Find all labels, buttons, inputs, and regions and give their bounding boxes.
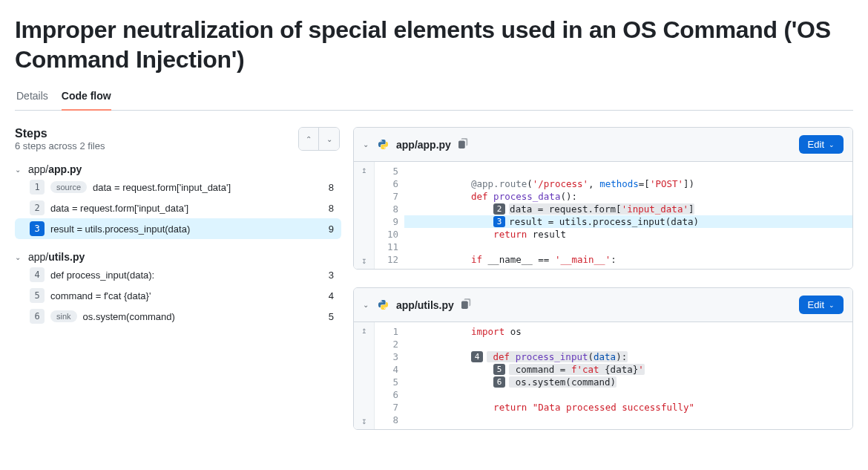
file-group-header[interactable]: ⌄ app/app.py bbox=[15, 162, 341, 177]
code-body: @app.route('/process', methods=['POST'])… bbox=[404, 162, 852, 269]
code-line[interactable] bbox=[404, 338, 852, 350]
expand-up-icon[interactable]: ↥ bbox=[361, 325, 366, 336]
code-line[interactable]: 6 os.system(command) bbox=[404, 376, 852, 388]
code-line[interactable]: 2data = request.form['input_data'] bbox=[404, 203, 852, 215]
step-line: 4 bbox=[329, 290, 334, 301]
file-group-header[interactable]: ⌄ app/utils.py bbox=[15, 249, 341, 264]
steps-sidebar: Steps 6 steps across 2 files ⌃ ⌄ ⌄ app/a… bbox=[15, 127, 341, 430]
step-text: result = utils.process_input(data) bbox=[50, 223, 323, 235]
line-numbers: 56789101112 bbox=[375, 162, 404, 269]
step-text: data = request.form['input_data'] bbox=[50, 203, 323, 214]
python-icon bbox=[378, 299, 389, 310]
step-text: os.system(command) bbox=[83, 311, 323, 322]
step-line: 8 bbox=[329, 203, 334, 214]
step-row[interactable]: 5 command = f'cat {data}' 4 bbox=[15, 285, 341, 306]
step-row[interactable]: 1 source data = request.form['input_data… bbox=[15, 177, 341, 198]
step-next-button[interactable]: ⌄ bbox=[319, 128, 339, 150]
python-icon bbox=[378, 139, 389, 150]
edit-button[interactable]: Edit ⌄ bbox=[799, 135, 844, 154]
expand-gutter[interactable]: ↥ ↧ bbox=[354, 322, 375, 429]
file-path: app/app.py bbox=[28, 163, 82, 175]
chevron-down-icon: ⌄ bbox=[326, 135, 332, 143]
panel-file-name[interactable]: app/app.py bbox=[396, 139, 451, 151]
copy-icon[interactable] bbox=[461, 298, 472, 311]
step-row[interactable]: 6 sink os.system(command) 5 bbox=[15, 306, 341, 327]
chevron-up-icon: ⌃ bbox=[306, 135, 312, 143]
step-prev-button[interactable]: ⌃ bbox=[299, 128, 319, 150]
chevron-down-icon: ⌄ bbox=[15, 253, 22, 261]
step-number: 2 bbox=[30, 200, 45, 215]
chevron-down-icon: ⌄ bbox=[829, 301, 835, 309]
step-text: def process_input(data): bbox=[50, 270, 323, 281]
step-number: 5 bbox=[30, 288, 45, 303]
chevron-down-icon[interactable]: ⌄ bbox=[363, 301, 370, 309]
code-line[interactable]: 3result = utils.process_input(data) bbox=[404, 215, 852, 228]
code-panel: ⌄ app/app.py Edit ⌄ ↥ ↧ 56789101112 @app… bbox=[353, 127, 853, 270]
step-text: command = f'cat {data}' bbox=[50, 290, 323, 301]
step-tag: source bbox=[50, 181, 87, 193]
edit-button[interactable]: Edit ⌄ bbox=[799, 296, 844, 314]
code-line[interactable]: import os bbox=[404, 325, 852, 338]
expand-down-icon[interactable]: ↧ bbox=[361, 416, 366, 426]
expand-gutter[interactable]: ↥ ↧ bbox=[354, 162, 375, 269]
code-panel: ⌄ app/utils.py Edit ⌄ ↥ ↧ 12345678 impor… bbox=[353, 287, 853, 430]
steps-title: Steps bbox=[15, 127, 105, 140]
line-numbers: 12345678 bbox=[375, 322, 404, 429]
code-line[interactable]: 4 def process_input(data): bbox=[404, 350, 852, 363]
code-line[interactable] bbox=[404, 414, 852, 426]
edit-label: Edit bbox=[808, 299, 824, 310]
step-line: 5 bbox=[329, 311, 334, 322]
code-line[interactable]: return result bbox=[404, 228, 852, 241]
code-line[interactable]: def process_data(): bbox=[404, 190, 852, 203]
step-nav: ⌃ ⌄ bbox=[298, 127, 340, 151]
code-line[interactable] bbox=[404, 241, 852, 253]
step-tag: sink bbox=[50, 310, 77, 322]
step-text: data = request.form['input_data'] bbox=[93, 182, 323, 193]
step-line: 8 bbox=[329, 182, 334, 193]
tab-code-flow[interactable]: Code flow bbox=[62, 85, 111, 111]
chevron-down-icon[interactable]: ⌄ bbox=[363, 140, 370, 148]
step-line: 3 bbox=[329, 270, 334, 281]
copy-icon[interactable] bbox=[458, 138, 469, 151]
step-number: 4 bbox=[30, 267, 45, 282]
step-row[interactable]: 2 data = request.form['input_data'] 8 bbox=[15, 198, 341, 218]
tab-bar: Details Code flow bbox=[15, 85, 853, 111]
expand-down-icon[interactable]: ↧ bbox=[361, 255, 366, 266]
page-title: Improper neutralization of special eleme… bbox=[15, 15, 853, 74]
code-line[interactable]: if __name__ == '__main__': bbox=[404, 253, 852, 266]
step-number: 6 bbox=[30, 309, 45, 324]
file-path: app/utils.py bbox=[28, 251, 85, 263]
code-line[interactable]: @app.route('/process', methods=['POST']) bbox=[404, 177, 852, 190]
chevron-down-icon: ⌄ bbox=[829, 141, 835, 148]
code-line[interactable]: 5 command = f'cat {data}' bbox=[404, 363, 852, 376]
step-line: 9 bbox=[329, 223, 334, 235]
code-line[interactable] bbox=[404, 165, 852, 177]
step-row[interactable]: 3 result = utils.process_input(data) 9 bbox=[15, 218, 341, 239]
edit-label: Edit bbox=[808, 139, 824, 150]
code-line[interactable] bbox=[404, 388, 852, 401]
tab-details[interactable]: Details bbox=[16, 85, 48, 111]
expand-up-icon[interactable]: ↥ bbox=[361, 165, 366, 175]
code-body: import os4 def process_input(data): 5 co… bbox=[404, 322, 852, 429]
step-number: 3 bbox=[30, 221, 45, 236]
chevron-down-icon: ⌄ bbox=[15, 166, 22, 174]
steps-subtitle: 6 steps across 2 files bbox=[15, 140, 105, 151]
panel-file-name[interactable]: app/utils.py bbox=[396, 299, 454, 311]
panel-header: ⌄ app/utils.py Edit ⌄ bbox=[354, 288, 852, 322]
code-line[interactable]: return "Data processed successfully" bbox=[404, 401, 852, 414]
step-number: 1 bbox=[30, 180, 45, 195]
panel-header: ⌄ app/app.py Edit ⌄ bbox=[354, 128, 852, 162]
step-row[interactable]: 4 def process_input(data): 3 bbox=[15, 264, 341, 285]
